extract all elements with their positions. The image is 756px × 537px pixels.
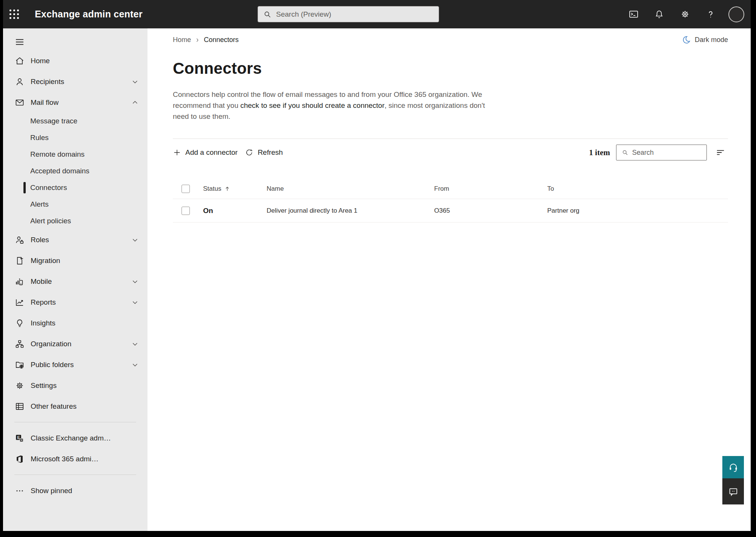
sidebar-item-label: Microsoft 365 admi… [31,455,99,463]
chevron-down-icon [131,78,139,86]
list-search-input[interactable] [632,149,703,157]
gear-icon [14,380,25,391]
sidebar-item-label: Other features [31,402,76,411]
main-content: Home Connectors Dark mode Connectors Con… [147,28,751,531]
notifications-button[interactable] [650,5,668,23]
chevron-right-icon [195,37,200,43]
waffle-icon [9,9,19,19]
global-search-box[interactable] [258,6,439,22]
classic-exchange-icon: E [14,433,25,443]
person-icon [14,76,25,87]
sidebar-item-message-trace[interactable]: Message trace [3,113,147,129]
sidebar-item-accepted-domains[interactable]: Accepted domains [3,163,147,179]
dark-mode-toggle[interactable]: Dark mode [682,35,728,44]
sidebar-item-roles[interactable]: Roles [3,229,147,250]
column-header-label: From [434,185,449,193]
sidebar-item-reports[interactable]: Reports [3,292,147,313]
topbar-actions [624,0,745,28]
table-grid-icon [14,401,25,411]
column-header-label: To [547,185,554,193]
sidebar-item-connectors[interactable]: Connectors [3,179,147,196]
sidebar-item-alert-policies[interactable]: Alert policies [3,213,147,229]
sidebar-item-public-folders[interactable]: Public folders [3,354,147,375]
help-button[interactable] [702,5,720,23]
feedback-button[interactable] [722,478,744,504]
sort-ascending-icon [224,186,230,192]
sidebar-item-label: Migration [31,257,60,265]
refresh-button[interactable]: Refresh [241,145,287,160]
breadcrumb: Home Connectors [173,36,239,44]
nav-collapse-button[interactable] [3,34,26,50]
app-window: Exchange admin center [3,0,751,531]
cell-name[interactable]: Deliver journal directly to Area 1 [267,207,434,215]
powershell-button[interactable] [624,5,643,23]
sidebar-item-microsoft-365[interactable]: Microsoft 365 admi… [3,448,147,469]
sidebar-item-other-features[interactable]: Other features [3,396,147,417]
filter-button[interactable] [713,145,728,160]
refresh-icon [245,148,253,157]
account-button[interactable] [727,5,745,23]
sidebar-item-mail-flow[interactable]: Mail flow [3,92,147,113]
list-search-box[interactable] [616,145,707,160]
sidebar-item-alerts[interactable]: Alerts [3,196,147,213]
sidebar-item-label: Remote domains [30,150,85,159]
sidebar-item-migration[interactable]: Migration [3,250,147,271]
settings-button[interactable] [676,5,694,23]
refresh-label: Refresh [258,148,283,157]
sidebar-item-label: Show pinned [31,487,72,495]
sidebar-item-settings[interactable]: Settings [3,375,147,396]
page-title: Connectors [173,59,728,78]
sidebar-item-home[interactable]: Home [3,50,147,71]
add-connector-button[interactable]: Add a connector [173,145,241,160]
app-launcher-button[interactable] [3,0,25,28]
search-icon [263,10,272,19]
migration-icon [14,255,25,266]
sidebar-item-organization[interactable]: Organization [3,333,147,354]
global-search-input[interactable] [276,10,433,19]
sidebar-item-remote-domains[interactable]: Remote domains [3,146,147,163]
sidebar-item-show-pinned[interactable]: Show pinned [3,480,147,501]
sidebar-item-insights[interactable]: Insights [3,313,147,333]
headset-icon [728,462,739,473]
floating-buttons [722,456,744,504]
org-chart-icon [14,339,25,349]
column-header-status[interactable]: Status [203,185,267,193]
mobile-icon [14,276,25,286]
column-header-to[interactable]: To [547,185,728,193]
terminal-icon [629,9,639,19]
hamburger-icon [14,37,25,47]
breadcrumb-home-link[interactable]: Home [173,36,191,44]
sidebar-item-label: Home [31,57,50,65]
home-icon [14,56,25,66]
table-row[interactable]: On Deliver journal directly to Area 1 O3… [173,199,728,223]
feedback-icon [728,486,739,497]
moon-icon [682,35,691,44]
filter-icon [716,148,725,157]
lightbulb-icon [14,318,25,328]
select-all-checkbox[interactable] [182,185,190,193]
chevron-down-icon [131,340,139,348]
sidebar-item-classic-exchange[interactable]: E Classic Exchange adm… [3,428,147,448]
column-header-from[interactable]: From [434,185,547,193]
cell-status: On [203,207,267,215]
row-checkbox[interactable] [182,207,190,215]
folder-globe-icon [14,360,25,370]
create-connector-link[interactable]: check to see if you should create a conn… [240,101,384,109]
chevron-up-icon [131,98,139,107]
cell-from: O365 [434,207,547,215]
sidebar-item-mobile[interactable]: Mobile [3,271,147,292]
sidebar-item-rules[interactable]: Rules [3,129,147,146]
sidebar-item-label: Organization [31,340,71,348]
column-header-name[interactable]: Name [267,185,434,193]
plus-icon [173,148,181,157]
sidebar-item-label: Mail flow [31,98,59,107]
page-description: Connectors help control the flow of emai… [173,89,495,122]
sidebar-item-label: Roles [31,236,49,244]
chevron-down-icon [131,236,139,244]
mail-icon [14,97,25,107]
sidebar-item-label: Insights [31,319,55,327]
support-button[interactable] [722,456,744,478]
sidebar-item-recipients[interactable]: Recipients [3,71,147,92]
app-title: Exchange admin center [35,9,143,20]
sidebar-item-label: Accepted domains [30,167,89,175]
